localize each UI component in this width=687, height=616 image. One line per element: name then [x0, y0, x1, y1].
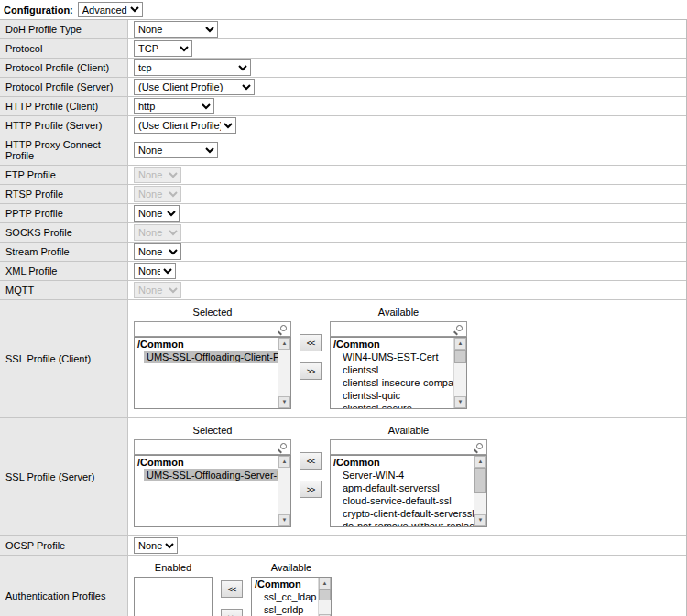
scrollbar[interactable]: ▲ ▼: [278, 456, 290, 526]
auth-move-left-button[interactable]: <<: [221, 580, 243, 598]
table-row: SSL Profile (Server) Selected /Common UM…: [0, 418, 686, 536]
row-label-xml-profile: XML Profile: [0, 262, 128, 280]
row-label-ssl-profile-client: SSL Profile (Client): [0, 300, 128, 417]
ssl-client-available-search-input[interactable]: [330, 321, 467, 337]
row-label-http-proxy-connect-profile: HTTP Proxy Connect Profile: [0, 135, 128, 165]
list-item[interactable]: crypto-client-default-serverssl: [340, 507, 474, 520]
row-label-http-profile-server: HTTP Profile (Server): [0, 116, 128, 135]
mqtt-profile-select: None: [134, 282, 181, 298]
ssl-client-move-right-button[interactable]: >>: [300, 362, 322, 380]
table-row: FTP Profile None: [0, 166, 686, 185]
list-item[interactable]: UMS-SSL-Offloading-Server-Profile: [144, 469, 278, 481]
list-item[interactable]: clientssl: [340, 363, 453, 376]
scroll-down-icon[interactable]: ▼: [278, 396, 290, 408]
auth-available-list[interactable]: /Common ssl_cc_ldap ssl_crldp ssl_ocsp ▲…: [251, 577, 332, 616]
table-row: Protocol TCP: [0, 39, 686, 59]
row-label-ssl-profile-server: SSL Profile (Server): [0, 418, 128, 535]
ssl-client-move-left-button[interactable]: <<: [300, 334, 322, 351]
ssl-server-available-search-input[interactable]: [330, 439, 487, 455]
scrollbar[interactable]: ▲ ▼: [318, 578, 331, 616]
configuration-select[interactable]: Advanced: [78, 2, 143, 17]
available-header: Available: [330, 423, 487, 439]
list-item[interactable]: ssl_crldp: [261, 603, 318, 616]
list-item[interactable]: UMS-SSL-Offloading-Client-Profile: [144, 351, 278, 363]
ocsp-profile-select[interactable]: None: [134, 537, 178, 554]
scroll-up-icon[interactable]: ▲: [278, 456, 290, 468]
ssl-server-move-right-button[interactable]: >>: [300, 481, 322, 498]
scrollbar-thumb[interactable]: [474, 468, 486, 493]
row-label-mqtt: MQTT: [0, 281, 128, 299]
available-header: Available: [330, 305, 467, 321]
ssl-client-available-list[interactable]: /Common WIN4-UMS-EST-Cert clientssl clie…: [330, 337, 467, 409]
http-profile-server-select[interactable]: (Use Client Profile): [134, 117, 236, 134]
enabled-header: Enabled: [134, 560, 213, 577]
ssl-server-move-left-button[interactable]: <<: [300, 452, 322, 470]
protocol-profile-server-select[interactable]: (Use Client Profile): [134, 79, 255, 95]
scroll-down-icon[interactable]: ▼: [474, 514, 486, 526]
list-item[interactable]: ssl_cc_ldap: [261, 590, 318, 603]
list-item[interactable]: clientssl-secure: [340, 402, 453, 408]
scroll-down-icon[interactable]: ▼: [278, 514, 290, 526]
http-proxy-connect-profile-select[interactable]: None: [134, 142, 218, 158]
ssl-client-selected-search-input[interactable]: [134, 321, 291, 337]
stream-profile-select[interactable]: None: [134, 243, 181, 260]
protocol-select[interactable]: TCP: [134, 40, 192, 57]
selected-header: Selected: [134, 423, 291, 439]
table-row: XML Profile None: [0, 262, 686, 281]
table-row: HTTP Proxy Connect Profile None: [0, 135, 686, 166]
list-item[interactable]: Server-WIN-4: [340, 469, 474, 481]
table-row: RTSP Profile None: [0, 185, 686, 204]
search-icon: [280, 443, 287, 449]
scroll-down-icon[interactable]: ▼: [454, 396, 466, 408]
list-item[interactable]: apm-default-serverssl: [340, 481, 474, 494]
row-label-protocol-profile-server: Protocol Profile (Server): [0, 78, 128, 96]
scrollbar-thumb[interactable]: [319, 589, 331, 600]
configuration-bar: Configuration: Advanced: [0, 0, 687, 19]
table-row: MQTT None: [0, 281, 686, 300]
row-label-socks-profile: SOCKS Profile: [0, 223, 128, 242]
scroll-up-icon[interactable]: ▲: [278, 338, 290, 350]
list-item[interactable]: cloud-service-default-ssl: [340, 494, 474, 507]
http-profile-client-select[interactable]: http: [134, 98, 214, 114]
list-item[interactable]: clientssl-quic: [340, 389, 453, 402]
list-item[interactable]: WIN4-UMS-EST-Cert: [340, 351, 453, 363]
xml-profile-select[interactable]: None: [134, 263, 176, 279]
row-label-ftp-profile: FTP Profile: [0, 166, 128, 184]
table-row: Authentication Profiles Enabled << >> Av…: [0, 556, 686, 616]
scroll-up-icon[interactable]: ▲: [474, 456, 486, 468]
list-group-common: /Common: [331, 456, 474, 469]
table-row: SOCKS Profile None: [0, 223, 686, 243]
search-icon: [476, 443, 483, 449]
protocol-profile-client-select[interactable]: tcp: [134, 59, 251, 76]
list-item[interactable]: do-not-remove-without-replacement: [340, 520, 474, 526]
table-row: SSL Profile (Client) Selected /Common UM…: [0, 300, 686, 418]
row-label-ocsp-profile: OCSP Profile: [0, 536, 128, 555]
ssl-client-selected-list[interactable]: /Common UMS-SSL-Offloading-Client-Profil…: [134, 337, 291, 409]
auth-enabled-list[interactable]: [134, 577, 213, 616]
scrollbar-thumb[interactable]: [454, 350, 466, 363]
list-group-common: /Common: [252, 578, 318, 590]
pptp-profile-select[interactable]: None: [134, 205, 180, 222]
scroll-up-icon[interactable]: ▲: [454, 338, 466, 350]
row-label-pptp-profile: PPTP Profile: [0, 204, 128, 222]
row-label-http-profile-client: HTTP Profile (Client): [0, 97, 128, 115]
auth-move-right-button[interactable]: >>: [221, 609, 243, 616]
scroll-up-icon[interactable]: ▲: [319, 578, 331, 589]
row-label-protocol: Protocol: [0, 39, 128, 58]
table-row: OCSP Profile None: [0, 536, 686, 556]
row-label-rtsp-profile: RTSP Profile: [0, 185, 128, 203]
list-item[interactable]: clientssl-insecure-compatible: [340, 376, 453, 389]
selected-header: Selected: [134, 305, 291, 321]
row-label-stream-profile: Stream Profile: [0, 243, 128, 261]
doh-profile-type-select[interactable]: None: [134, 21, 218, 38]
ssl-server-selected-list[interactable]: /Common UMS-SSL-Offloading-Server-Profil…: [134, 455, 291, 527]
row-label-protocol-profile-client: Protocol Profile (Client): [0, 59, 128, 77]
scrollbar[interactable]: ▲ ▼: [453, 338, 466, 408]
profiles-table: DoH Profile Type None Protocol TCP Proto…: [0, 19, 687, 616]
scrollbar[interactable]: ▲ ▼: [278, 338, 290, 408]
ssl-server-available-list[interactable]: /Common Server-WIN-4 apm-default-servers…: [330, 455, 487, 527]
scrollbar[interactable]: ▲ ▼: [474, 456, 486, 526]
socks-profile-select: None: [134, 224, 181, 241]
ssl-server-selected-search-input[interactable]: [134, 439, 291, 455]
list-group-common: /Common: [135, 456, 278, 469]
